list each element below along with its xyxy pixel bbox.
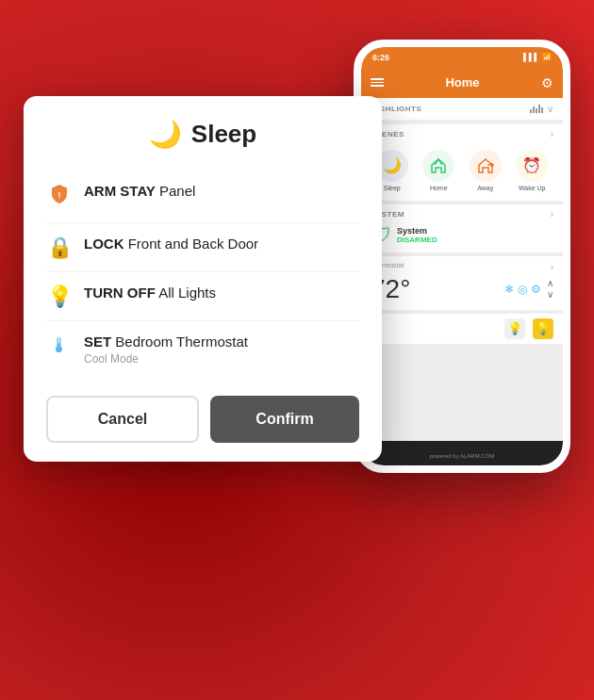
temp-down-button[interactable]: ∨ <box>547 289 553 300</box>
scene-home-label: Home <box>430 185 448 191</box>
thermostat-chevron-icon[interactable]: › <box>551 262 553 272</box>
powered-by-text: powered by ALARM.COM <box>430 453 495 459</box>
scene-away-icon <box>470 150 502 182</box>
lock-label: LOCK Front and Back Door <box>84 236 258 252</box>
signal-icon: ▌▌▌ <box>523 53 539 61</box>
scene-home[interactable]: Home <box>422 150 454 191</box>
modal-buttons: Cancel Confirm <box>46 396 359 443</box>
arm-stay-item: ! ARM STAY Panel <box>46 171 359 223</box>
status-time: 6:26 <box>372 53 389 62</box>
light-off-button[interactable]: 💡 <box>504 318 525 339</box>
cancel-button[interactable]: Cancel <box>46 396 199 443</box>
turnoff-item: 💡 TURN OFF All Lights <box>46 272 359 321</box>
system-section: SYSTEM › 🛡 System DISARMED <box>361 204 563 252</box>
highlights-section: HIGHLIGHTS ∨ <box>361 98 563 121</box>
scene-home-icon <box>422 150 454 182</box>
phone: 6:26 ▌▌▌ 📶 Home ⚙ HIGHLIGHTS <box>354 40 570 473</box>
thermostat-set-label: SET Bedroom Thermostat <box>84 334 248 350</box>
system-chevron-icon[interactable]: › <box>551 209 553 220</box>
sleep-modal: 🌙 Sleep ! ARM STAY Panel <box>24 96 382 463</box>
turnoff-strong: TURN OFF <box>84 285 156 301</box>
thermostat-mode-label: Cool Mode <box>84 352 359 366</box>
lights-section: 💡 💡 <box>361 314 563 344</box>
highlights-chevron-icon[interactable]: ∨ <box>547 104 553 114</box>
lock-icon: 🔒 <box>46 236 73 260</box>
hamburger-icon[interactable] <box>371 78 384 87</box>
fan-icon: ⚙ <box>531 283 541 296</box>
thermostat-section: Thermostat › 72° ❄ ◎ ⚙ ∧ ∨ <box>361 256 563 310</box>
powered-by-bar: powered by ALARM.COM <box>361 441 563 465</box>
scene-away-label: Away <box>477 185 493 191</box>
scene-away[interactable]: Away <box>470 150 502 191</box>
thermometer-icon: 🌡 <box>46 334 73 358</box>
turnoff-label: TURN OFF All Lights <box>84 285 216 301</box>
scene-wakeup-icon: ⏰ <box>516 150 548 182</box>
light-on-button[interactable]: 💡 <box>533 318 553 339</box>
system-status: DISARMED <box>397 236 437 244</box>
status-bar: 6:26 ▌▌▌ 📶 <box>361 47 563 68</box>
temp-up-button[interactable]: ∧ <box>547 278 553 288</box>
snowflake-icon: ❄ <box>504 283 514 296</box>
system-name: System <box>397 226 437 236</box>
settings-icon[interactable]: ⚙ <box>541 75 553 90</box>
scene-sleep-label: Sleep <box>384 185 401 191</box>
thermostat-text: SET Bedroom Thermostat Cool Mode <box>84 333 359 366</box>
scenes-row: 🌙 Sleep Home <box>361 144 563 201</box>
top-bar: Home ⚙ <box>361 68 563 98</box>
scenes-chevron-icon[interactable]: › <box>551 129 553 139</box>
bar-chart-icon <box>530 104 543 113</box>
lock-strong: LOCK <box>84 236 124 252</box>
turnoff-text: TURN OFF All Lights <box>84 284 359 302</box>
svg-text:!: ! <box>58 190 61 200</box>
status-icons: ▌▌▌ 📶 <box>523 53 552 61</box>
scene-wakeup-label: Wake Up <box>519 185 546 191</box>
modal-moon-icon: 🌙 <box>149 119 182 150</box>
set-strong: SET <box>84 334 111 350</box>
app-title: Home <box>384 75 541 90</box>
lock-text: LOCK Front and Back Door <box>84 235 359 253</box>
wifi-icon: 📶 <box>542 53 552 61</box>
shield-orange-icon: ! <box>46 183 73 211</box>
confirm-button[interactable]: Confirm <box>210 396 359 443</box>
scene-wakeup[interactable]: ⏰ Wake Up <box>516 150 548 191</box>
modal-items-list: ! ARM STAY Panel 🔒 LOCK Front and Back D… <box>46 171 359 378</box>
scenes-section: SCENES › 🌙 Sleep <box>361 124 563 201</box>
modal-title: Sleep <box>191 120 256 149</box>
arm-stay-strong: ARM STAY <box>84 183 156 199</box>
arm-stay-label: ARM STAY Panel <box>84 183 195 199</box>
mode-icon: ◎ <box>518 283 527 296</box>
arm-stay-text: ARM STAY Panel <box>84 182 359 201</box>
modal-title-row: 🌙 Sleep <box>46 119 359 150</box>
thermostat-item: 🌡 SET Bedroom Thermostat Cool Mode <box>46 321 359 378</box>
lock-item: 🔒 LOCK Front and Back Door <box>46 223 359 272</box>
thermostat-controls: ❄ ◎ ⚙ ∧ ∨ <box>504 278 553 300</box>
bulb-icon: 💡 <box>46 285 73 309</box>
